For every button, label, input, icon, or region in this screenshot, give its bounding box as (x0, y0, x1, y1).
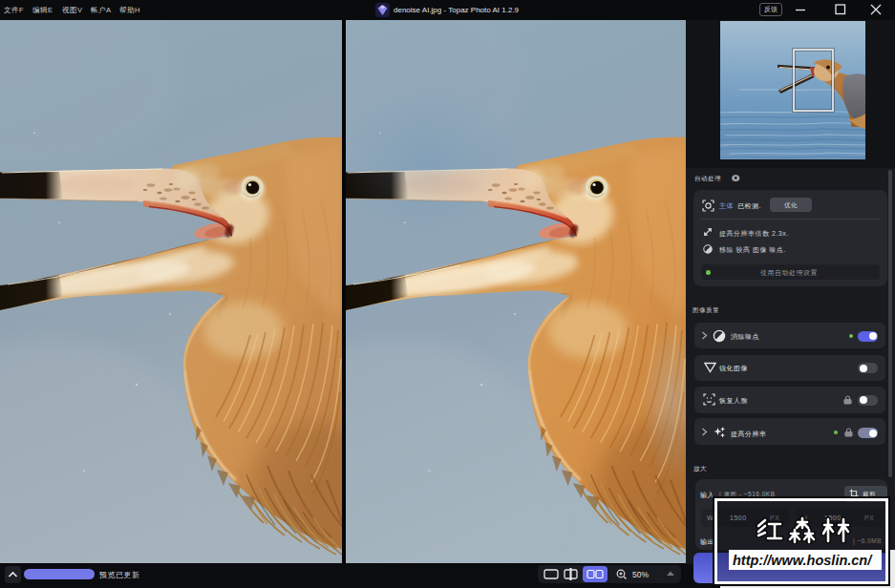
svg-text:50%: 50% (632, 570, 649, 579)
